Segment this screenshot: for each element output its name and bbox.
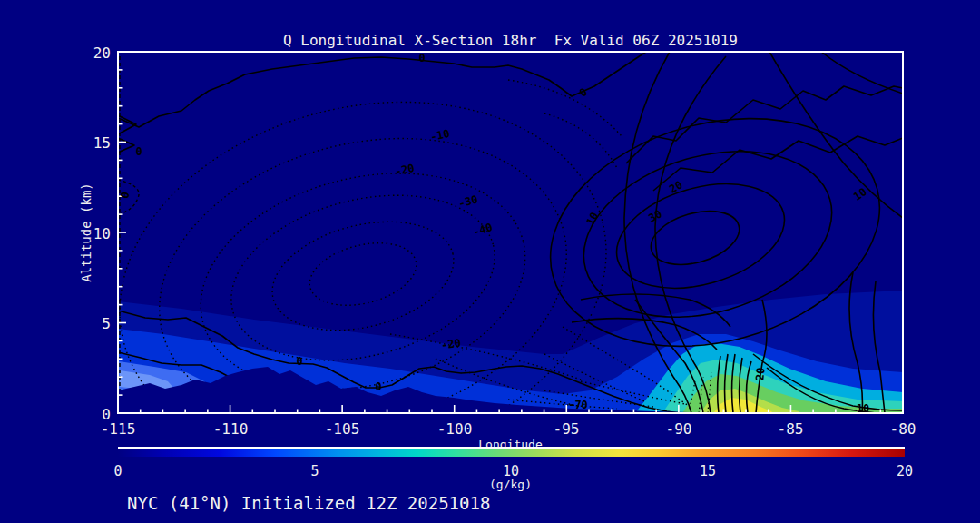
colorbar-units: (g/kg) xyxy=(118,478,903,491)
y-tick-15: 15 xyxy=(78,134,111,152)
x-tick--105: -105 xyxy=(315,420,369,438)
x-tick--90: -90 xyxy=(652,420,706,438)
weather-cross-section-app: Q Longitudinal X-Section 18hr Fx Valid 0… xyxy=(0,0,980,523)
x-tick--110: -110 xyxy=(203,420,258,438)
contour-label: 0 xyxy=(375,380,381,393)
y-tick-20: 20 xyxy=(78,44,111,62)
y-tick-10: 10 xyxy=(78,225,111,242)
page-title: Q Longitudinal X-Section 18hr Fx Valid 0… xyxy=(118,32,903,49)
x-tick--85: -85 xyxy=(763,420,818,438)
x-tick--80: -80 xyxy=(876,420,930,438)
x-tick--115: -115 xyxy=(91,420,145,438)
x-tick--100: -100 xyxy=(427,420,482,438)
contour-label: -70 xyxy=(568,399,588,411)
contour-label: 20 xyxy=(753,367,767,381)
contour-label: 0 xyxy=(296,355,302,368)
contour-label: 0 xyxy=(135,145,142,158)
contour-label: 0 xyxy=(418,52,425,64)
colorbar-gradient xyxy=(118,447,905,457)
x-tick--95: -95 xyxy=(539,420,593,438)
init-caption: NYC (41°N) Initialized 12Z 20251018 xyxy=(127,493,490,513)
contour-label: -20 xyxy=(440,337,461,352)
y-tick-5: 5 xyxy=(78,315,111,332)
contour-label: 10 xyxy=(857,402,869,415)
